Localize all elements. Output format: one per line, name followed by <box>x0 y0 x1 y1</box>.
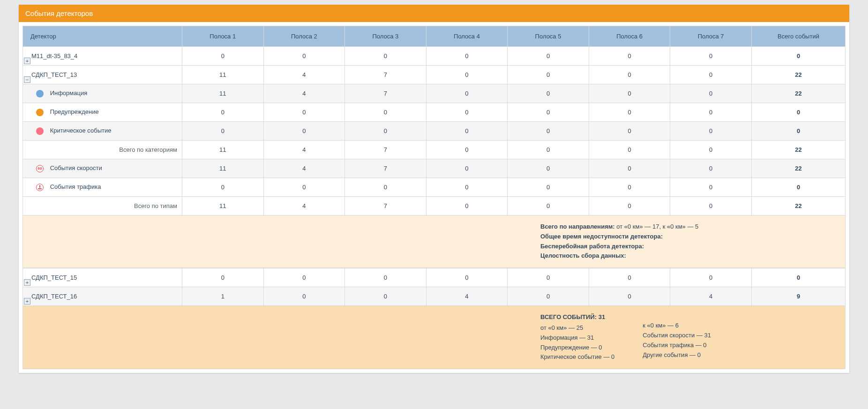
type-row-speed: 60 События скорости 11 4 7 0 0 0 0 22 <box>23 159 846 178</box>
expand-icon[interactable]: + <box>24 298 30 305</box>
summary-left-2: Информация — 31 <box>540 333 614 343</box>
col-lane-1[interactable]: Полоса 1 <box>182 26 264 47</box>
summary-right-2: События скорости — 31 <box>643 331 711 341</box>
detector-name: СДКП_ТЕСТ_16 <box>31 293 77 300</box>
directions-label: Всего по направлениям: <box>540 223 615 230</box>
col-detector[interactable]: Детектор <box>23 26 182 47</box>
speed-icon: 60 <box>36 165 44 172</box>
collapse-icon[interactable]: − <box>24 76 30 83</box>
type-total-label: Всего по типам <box>23 197 182 216</box>
card-title: События детекторов <box>19 5 849 22</box>
category-row-info: Информация 11 4 7 0 0 0 0 22 <box>23 84 846 103</box>
grand-summary-band: ВСЕГО СОБЫТИЙ: 31 от «0 км» — 25 Информа… <box>22 306 846 369</box>
type-total-row: Всего по типам 11 4 7 0 0 0 0 22 <box>23 197 846 216</box>
type-label: События скорости <box>50 164 102 171</box>
traffic-icon <box>36 184 44 191</box>
summary-left-4: Критическое событие — 0 <box>540 352 614 362</box>
directions-value: от «0 км» — 17, к «0 км» — 5 <box>615 223 699 230</box>
detector-name: СДКП_ТЕСТ_15 <box>31 274 77 281</box>
summary-left-3: Предупреждение — 0 <box>540 343 614 353</box>
col-lane-6[interactable]: Полоса 6 <box>589 26 670 47</box>
detector-name: M11_dt-35_83_4 <box>31 52 77 59</box>
col-lane-2[interactable]: Полоса 2 <box>263 26 345 47</box>
detector-row: + СДКП_ТЕСТ_16 1 0 0 4 0 0 4 9 <box>23 287 846 306</box>
integrity-label: Целостность сбора данных: <box>540 252 626 259</box>
expand-icon[interactable]: + <box>24 279 30 286</box>
category-label: Информация <box>50 89 88 97</box>
summary-right-3: События трафика — 0 <box>643 341 711 350</box>
type-label: События трафика <box>50 183 101 190</box>
col-lane-5[interactable]: Полоса 5 <box>508 26 589 47</box>
uptime-label: Бесперебойная работа детектора: <box>540 243 644 250</box>
col-lane-4[interactable]: Полоса 4 <box>426 26 508 47</box>
detector-name: СДКП_ТЕСТ_13 <box>31 71 77 78</box>
critical-dot-icon <box>36 127 44 135</box>
category-row-warn: Предупреждение 0 0 0 0 0 0 0 0 <box>23 103 846 122</box>
detector-row: + M11_dt-35_83_4 0 0 0 0 0 0 0 0 <box>23 47 846 66</box>
events-table: Детектор Полоса 1 Полоса 2 Полоса 3 Поло… <box>22 26 846 216</box>
summary-right-4: Другие события — 0 <box>643 350 711 360</box>
category-total-row: Всего по категориям 11 4 7 0 0 0 0 22 <box>23 141 846 159</box>
summary-right-1: к «0 км» — 6 <box>643 321 711 331</box>
events-table-continued: + СДКП_ТЕСТ_15 0 0 0 0 0 0 0 0 + СДКП_ТЕ… <box>22 268 846 306</box>
category-label: Предупреждение <box>50 108 99 115</box>
col-lane-7[interactable]: Полоса 7 <box>670 26 752 47</box>
detector-info-band: Всего по направлениям: от «0 км» — 17, к… <box>22 216 846 268</box>
summary-title: ВСЕГО СОБЫТИЙ: 31 <box>540 312 614 322</box>
col-lane-3[interactable]: Полоса 3 <box>345 26 427 47</box>
warning-dot-icon <box>36 109 44 116</box>
table-header-row: Детектор Полоса 1 Полоса 2 Полоса 3 Поло… <box>23 26 846 47</box>
detector-row: + СДКП_ТЕСТ_15 0 0 0 0 0 0 0 0 <box>23 268 846 287</box>
type-row-traffic: События трафика 0 0 0 0 0 0 0 0 <box>23 178 846 197</box>
detector-row: − СДКП_ТЕСТ_13 11 4 7 0 0 0 0 22 <box>23 66 846 84</box>
category-label: Критическое событие <box>50 127 112 134</box>
summary-left-1: от «0 км» — 25 <box>540 323 614 333</box>
unavailability-label: Общее время недоступности детектора: <box>540 233 663 240</box>
expand-icon[interactable]: + <box>24 58 30 64</box>
category-total-label: Всего по категориям <box>23 141 182 159</box>
info-dot-icon <box>36 90 44 97</box>
category-row-crit: Критическое событие 0 0 0 0 0 0 0 0 <box>23 122 846 141</box>
detector-events-card: События детекторов Детектор Полоса 1 Пол… <box>19 5 849 373</box>
col-total[interactable]: Всего событий <box>752 26 846 47</box>
